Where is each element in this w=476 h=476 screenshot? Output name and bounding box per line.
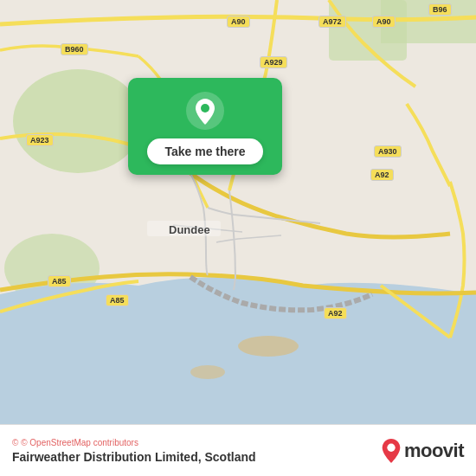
info-bar: © © OpenStreetMap contributors Fairweath… — [0, 424, 476, 476]
take-me-there-button[interactable]: Take me there — [147, 138, 262, 164]
svg-point-6 — [190, 365, 225, 379]
location-card: Take me there — [128, 78, 282, 175]
svg-point-10 — [387, 443, 395, 451]
moovit-logo: moovit — [382, 439, 464, 463]
location-pin-icon — [186, 92, 224, 130]
svg-point-9 — [201, 104, 209, 113]
moovit-text-label: moovit — [404, 440, 464, 462]
attribution-label: © OpenStreetMap contributors — [21, 438, 138, 447]
svg-rect-7 — [147, 221, 221, 236]
map-container: A90 A90 B96 B960 B960 A972 A929 A923 A93… — [0, 0, 476, 424]
svg-point-5 — [238, 336, 299, 357]
info-left: © © OpenStreetMap contributors Fairweath… — [12, 438, 256, 464]
svg-point-1 — [13, 69, 143, 173]
copyright-symbol: © — [12, 438, 18, 447]
company-name: Fairweather Distribution Limited, Scotla… — [12, 450, 256, 464]
attribution-text: © © OpenStreetMap contributors — [12, 438, 256, 447]
moovit-pin-icon — [382, 439, 401, 463]
